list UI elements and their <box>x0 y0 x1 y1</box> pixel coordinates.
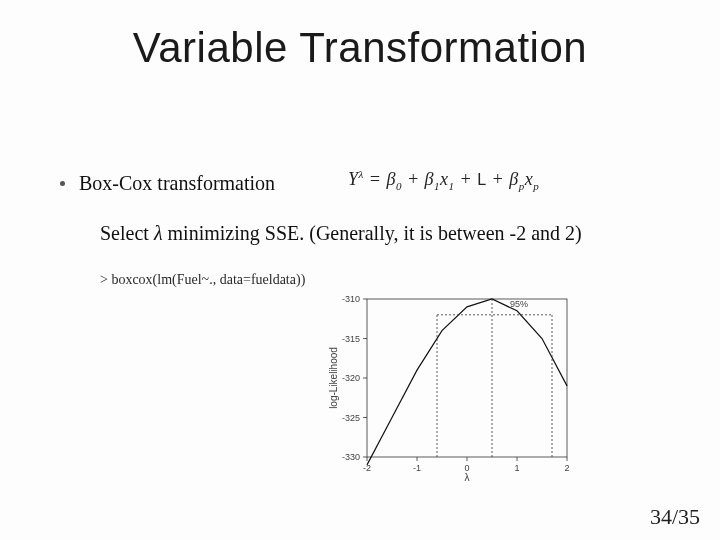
formula-b1: β <box>425 169 434 189</box>
formula-lhs-var: Y <box>348 169 359 189</box>
formula-bp: β <box>509 169 518 189</box>
boxcox-chart: -2-1012-330-325-320-315-310λlog-Likeliho… <box>325 285 575 485</box>
svg-rect-0 <box>367 299 567 457</box>
svg-text:2: 2 <box>564 463 569 473</box>
formula-b0: β <box>386 169 395 189</box>
svg-text:-330: -330 <box>342 452 360 462</box>
formula-x1: x <box>440 169 449 189</box>
page-number: 34/35 <box>650 504 700 530</box>
model-formula: Yλ = β0 + β1x1 + L + βpxp <box>348 168 539 192</box>
svg-text:-325: -325 <box>342 413 360 423</box>
formula-eq: = <box>364 169 387 189</box>
chart-svg: -2-1012-330-325-320-315-310λlog-Likeliho… <box>325 285 575 485</box>
svg-text:-1: -1 <box>413 463 421 473</box>
bullet-dot-icon <box>60 181 65 186</box>
select-post: minimizing SSE. (Generally, it is betwee… <box>163 222 582 244</box>
slide-title: Variable Transformation <box>0 24 720 72</box>
select-pre: Select <box>100 222 154 244</box>
svg-text:-310: -310 <box>342 294 360 304</box>
slide: Variable Transformation Box-Cox transfor… <box>0 0 720 540</box>
svg-text:95%: 95% <box>510 299 528 309</box>
formula-plus3: + <box>487 169 510 189</box>
r-code-line: > boxcox(lm(Fuel~., data=fueldata)) <box>100 272 305 288</box>
svg-text:-315: -315 <box>342 334 360 344</box>
formula-ellipsis: L <box>477 171 486 188</box>
svg-text:λ: λ <box>465 472 470 483</box>
svg-text:-320: -320 <box>342 373 360 383</box>
formula-xp: x <box>525 169 534 189</box>
lambda-symbol: λ <box>154 222 163 244</box>
svg-text:log-Likelihood: log-Likelihood <box>328 347 339 409</box>
bullet-label: Box-Cox transformation <box>79 172 275 195</box>
formula-plus1: + <box>402 169 425 189</box>
formula-plus2: + <box>455 169 478 189</box>
bullet-row: Box-Cox transformation <box>60 172 275 195</box>
formula-xp-sub: p <box>533 180 539 192</box>
select-line: Select λ minimizing SSE. (Generally, it … <box>100 222 582 245</box>
svg-text:1: 1 <box>514 463 519 473</box>
